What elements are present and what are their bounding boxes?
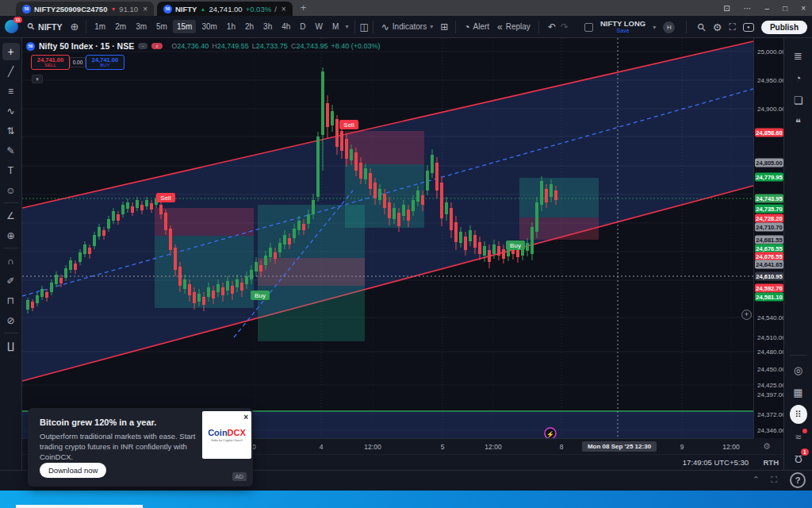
ad-download-button[interactable]: Download now	[40, 463, 106, 478]
chat-icon[interactable]: ❝	[790, 114, 807, 131]
time-label: 9	[680, 443, 684, 451]
timeframe-W[interactable]: W	[312, 20, 327, 33]
symbol-search[interactable]: ⚲ NIFTY	[28, 21, 62, 32]
timeframe-5m[interactable]: 5m	[152, 20, 171, 33]
ad-close-icon[interactable]: ×	[243, 413, 248, 421]
lock-drawings-tool-icon[interactable]: ⊓	[2, 292, 20, 310]
expand-panel-icon[interactable]: ⛶	[771, 475, 777, 485]
crosshair-time-badge: Mon 08 Sep '25 12:30	[582, 441, 657, 452]
text-tool-icon[interactable]: T	[2, 162, 20, 179]
sell-marker[interactable]: Sell	[156, 193, 175, 202]
emoji-tool-icon[interactable]: ☺	[2, 182, 20, 199]
hide-symbol-pill[interactable]: ‒	[138, 43, 147, 49]
menu-dots-icon[interactable]: ⋯	[744, 4, 752, 13]
timeframe-4h[interactable]: 4h	[278, 20, 294, 33]
alert-button[interactable]: ◔ Alert	[460, 20, 493, 34]
clock-text[interactable]: 17:49:05 UTC+5:30	[683, 458, 749, 467]
axis-settings-gear-icon[interactable]: ⚙	[763, 441, 771, 452]
timeframe-3m[interactable]: 3m	[132, 20, 151, 33]
magnet-tool-icon[interactable]: ∩	[2, 252, 20, 270]
drawing-mode-tool-icon[interactable]: ✐	[2, 272, 20, 290]
sell-marker[interactable]: Sell	[339, 120, 358, 129]
save-layout-link[interactable]: Save	[617, 28, 630, 33]
fib-retracement-tool-icon[interactable]: ≡	[2, 83, 20, 100]
close-tab-icon[interactable]: ×	[282, 5, 286, 13]
object-tree-icon[interactable]: ❏	[790, 91, 807, 109]
symbol-menu-pill[interactable]: ≡	[151, 43, 163, 49]
add-alert-plus-icon[interactable]: +	[741, 310, 752, 320]
candlestick-chart[interactable]: SellBuySellBuy⚡	[22, 38, 753, 438]
remove-drawings-tool-icon[interactable]: ∐	[2, 337, 20, 355]
chart-pane[interactable]: SellBuySellBuy⚡ 50 Nifty 50 Index · 15 ·…	[22, 38, 753, 438]
measure-tool-icon[interactable]: ∠	[2, 207, 20, 225]
chevron-down-icon[interactable]: ▾	[345, 23, 348, 30]
timeframe-1m[interactable]: 1m	[90, 20, 109, 33]
alerts-clock-icon[interactable]: ◔	[790, 69, 807, 87]
buy-marker[interactable]: Buy	[506, 241, 525, 250]
session-label[interactable]: RTH	[763, 458, 779, 467]
maximize-icon[interactable]: □	[783, 4, 787, 13]
forecast-position-tool-icon[interactable]: ⇅	[2, 122, 20, 140]
apps-grid-icon[interactable]: ⠿	[790, 406, 807, 423]
layout-menu[interactable]: NIFTY LONG Save	[600, 20, 645, 33]
timeframe-2m[interactable]: 2m	[111, 20, 130, 33]
chevron-down-icon[interactable]: ▾	[653, 24, 656, 31]
publish-button[interactable]: Publish	[761, 21, 807, 34]
close-window-icon[interactable]: ×	[801, 4, 806, 13]
buy-marker[interactable]: Buy	[251, 291, 270, 300]
ad-body: Outperform traditional markets with ease…	[40, 431, 197, 462]
timeframe-M[interactable]: M	[328, 20, 343, 33]
hide-drawings-tool-icon[interactable]: ⊘	[2, 312, 20, 329]
notifications-bell-icon[interactable]: Ω1	[790, 450, 807, 468]
screener-target-icon[interactable]: ◎	[790, 361, 807, 379]
undo-icon[interactable]: ↶	[548, 22, 556, 32]
timeframe-30m[interactable]: 30m	[197, 20, 220, 33]
brush-tool-icon[interactable]: ✎	[2, 142, 20, 160]
new-tab-button[interactable]: +	[301, 2, 307, 13]
price-badge: 24,858.60	[755, 129, 783, 137]
indicators-button[interactable]: ∿ Indicators ▾	[377, 20, 437, 34]
ticket-collapse-chevron[interactable]: ▾	[32, 75, 43, 83]
watchlist-icon[interactable]: ≣	[790, 47, 807, 64]
calendar-icon[interactable]: ▦	[790, 383, 807, 401]
close-tab-icon[interactable]: ×	[143, 5, 147, 13]
chart-tab-nifty[interactable]: 50 NIFTY ▲ 24,741.00 +0.03% / ×	[157, 2, 293, 16]
price-axis[interactable]: 25,000.0024,950.0024,900.0024,540.0024,5…	[753, 38, 783, 438]
crosshair-tool-icon[interactable]: +	[2, 43, 20, 60]
price-badge: 24,710.70	[755, 223, 783, 232]
collapse-panel-icon[interactable]: ⌃	[753, 475, 760, 485]
hotlist-badge[interactable]: H	[663, 21, 675, 33]
quick-search-icon[interactable]: ⚲	[695, 20, 708, 33]
timeframe-15m[interactable]: 15m	[173, 20, 196, 33]
settings-gear-icon[interactable]: ⚙	[713, 22, 722, 33]
user-avatar[interactable]: 11	[5, 20, 18, 33]
timeframe-1h[interactable]: 1h	[223, 20, 239, 33]
fullscreen-icon[interactable]: ⛶	[729, 22, 735, 32]
compare-add-icon[interactable]: ⊕	[70, 21, 79, 33]
timeframe-D[interactable]: D	[296, 20, 309, 33]
redo-icon[interactable]: ↷	[561, 22, 569, 32]
zoom-in-tool-icon[interactable]: ⊕	[2, 227, 20, 244]
tab-title: NIFTY	[175, 5, 197, 13]
trend-line-tool-icon[interactable]: ╱	[2, 63, 20, 80]
broadcast-icon[interactable]: ≈	[790, 428, 807, 445]
layout-checkbox[interactable]	[584, 23, 593, 32]
pattern-tool-icon[interactable]: ∿	[2, 102, 20, 120]
legend-title[interactable]: Nifty 50 Index · 15 · NSE	[39, 41, 134, 51]
replay-button[interactable]: « Replay	[493, 20, 534, 34]
bottom-banner[interactable]	[0, 491, 812, 508]
cast-icon[interactable]: ⊡	[723, 4, 730, 13]
help-button[interactable]: ?	[790, 472, 806, 488]
minimize-icon[interactable]: –	[765, 4, 770, 13]
indicator-templates-icon[interactable]: ⊞	[440, 22, 448, 32]
indicators-icon: ∿	[381, 22, 389, 32]
snapshot-camera-icon[interactable]: ●	[743, 23, 754, 32]
chart-tab-option[interactable]: 50 NIFTY250909C24750 ▼ 91.10 ×	[16, 2, 154, 16]
time-label: 12:00	[485, 443, 501, 451]
up-arrow-icon: ▲	[200, 6, 205, 12]
timeframe-2h[interactable]: 2h	[241, 20, 258, 33]
buy-button[interactable]: 24,741.00 BUY	[86, 55, 124, 70]
sell-button[interactable]: 24,741.00 SELL	[31, 55, 70, 70]
timeframe-3h[interactable]: 3h	[259, 20, 276, 33]
candle-style-icon[interactable]: ◫	[359, 22, 368, 32]
